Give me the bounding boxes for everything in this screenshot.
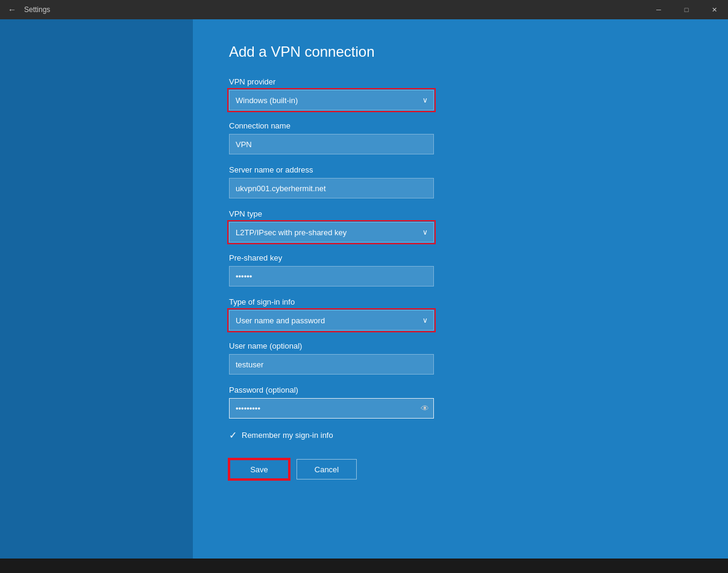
content-area: Add a VPN connection VPN provider Window… <box>193 19 728 559</box>
close-button[interactable]: ✕ <box>700 0 728 19</box>
main-window: Add a VPN connection VPN provider Window… <box>0 19 728 559</box>
sidebar <box>0 19 193 559</box>
taskbar <box>0 559 728 573</box>
titlebar: ← Settings ─ □ ✕ <box>0 0 728 19</box>
titlebar-left: ← Settings <box>5 2 50 17</box>
password-wrapper: 👁 <box>229 398 434 419</box>
pre-shared-key-group: Pre-shared key <box>229 253 692 286</box>
vpn-type-select[interactable]: L2TP/IPsec with pre-shared key Automatic… <box>229 222 434 242</box>
vpn-provider-select-wrapper: Windows (built-in) ∨ <box>229 90 434 110</box>
titlebar-title: Settings <box>24 5 50 14</box>
password-input[interactable] <box>229 398 434 419</box>
pre-shared-key-input[interactable] <box>229 266 434 286</box>
vpn-type-group: VPN type L2TP/IPsec with pre-shared key … <box>229 209 692 242</box>
connection-name-input[interactable] <box>229 134 434 154</box>
remember-row: ✓ Remember my sign-in info <box>229 429 692 441</box>
sign-in-type-label: Type of sign-in info <box>229 297 692 306</box>
remember-checkmark-icon: ✓ <box>229 429 237 441</box>
sign-in-type-select-wrapper: User name and password Smart card One-ti… <box>229 310 434 331</box>
vpn-type-label: VPN type <box>229 209 692 218</box>
server-name-label: Server name or address <box>229 165 692 174</box>
username-group: User name (optional) <box>229 341 692 375</box>
password-reveal-icon[interactable]: 👁 <box>421 404 429 413</box>
vpn-provider-label: VPN provider <box>229 77 692 86</box>
titlebar-controls: ─ □ ✕ <box>645 0 728 19</box>
button-row: Save Cancel <box>229 459 692 480</box>
username-input[interactable] <box>229 354 434 375</box>
password-group: Password (optional) 👁 <box>229 385 692 419</box>
save-button[interactable]: Save <box>229 459 289 480</box>
connection-name-group: Connection name <box>229 121 692 154</box>
password-label: Password (optional) <box>229 385 692 394</box>
server-name-group: Server name or address <box>229 165 692 198</box>
vpn-provider-select[interactable]: Windows (built-in) <box>229 90 434 110</box>
back-button[interactable]: ← <box>5 2 19 17</box>
vpn-type-select-wrapper: L2TP/IPsec with pre-shared key Automatic… <box>229 222 434 242</box>
minimize-button[interactable]: ─ <box>645 0 673 19</box>
remember-label: Remember my sign-in info <box>242 431 333 440</box>
server-name-input[interactable] <box>229 178 434 198</box>
sign-in-type-group: Type of sign-in info User name and passw… <box>229 297 692 331</box>
pre-shared-key-label: Pre-shared key <box>229 253 692 262</box>
connection-name-label: Connection name <box>229 121 692 130</box>
maximize-button[interactable]: □ <box>673 0 700 19</box>
vpn-provider-group: VPN provider Windows (built-in) ∨ <box>229 77 692 110</box>
username-label: User name (optional) <box>229 341 692 350</box>
page-title: Add a VPN connection <box>229 43 692 60</box>
sign-in-type-select[interactable]: User name and password Smart card One-ti… <box>229 310 434 331</box>
cancel-button[interactable]: Cancel <box>297 459 357 480</box>
